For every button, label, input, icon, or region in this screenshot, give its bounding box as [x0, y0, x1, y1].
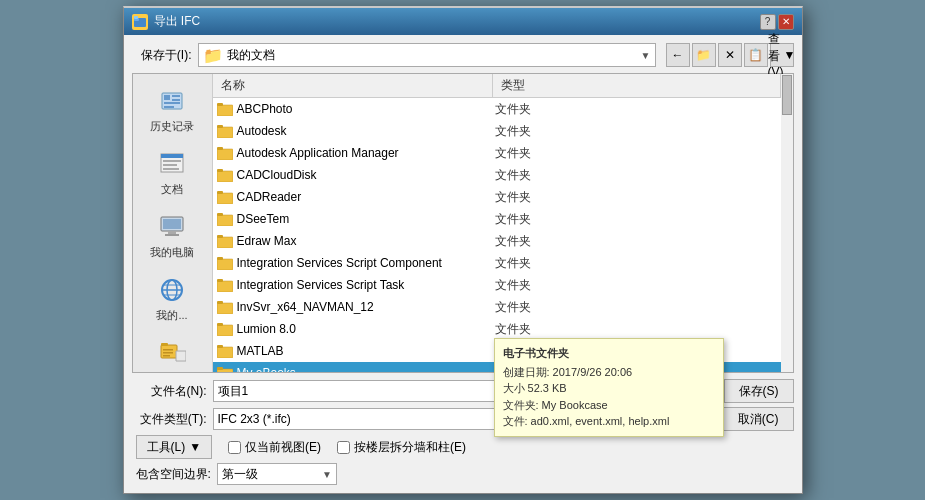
file-list-panel: 名称 类型 ABCPhoto文件夹 Autodesk文件夹 Autodesk A… — [213, 74, 781, 372]
svg-rect-8 — [164, 106, 174, 108]
file-name: Integration Services Script Task — [235, 278, 495, 292]
svg-rect-43 — [217, 257, 223, 260]
svg-rect-24 — [161, 343, 168, 346]
svg-rect-35 — [217, 169, 223, 172]
svg-rect-46 — [217, 303, 233, 314]
titlebar: 导出 IFC ? ✕ — [124, 8, 802, 35]
new-folder-button[interactable]: 📋 — [744, 43, 768, 67]
file-type: 文件夹 — [495, 145, 779, 162]
view-label: 查看(V) — [768, 31, 784, 79]
svg-rect-33 — [217, 147, 223, 150]
save-in-arrow: ▼ — [641, 50, 651, 61]
svg-rect-27 — [163, 355, 170, 357]
file-type: 文件夹 — [495, 299, 779, 316]
table-row[interactable]: CADCloudDisk文件夹 — [213, 164, 781, 186]
delete-button[interactable]: ✕ — [718, 43, 742, 67]
left-item-favorites[interactable]: 收藏夹 — [137, 332, 207, 372]
save-in-label: 保存于(I): — [132, 47, 192, 64]
current-view-checkbox[interactable] — [228, 441, 241, 454]
file-name: ABCPhoto — [235, 102, 495, 116]
svg-rect-53 — [217, 367, 223, 370]
svg-rect-10 — [161, 154, 183, 158]
scrollbar[interactable] — [781, 74, 793, 372]
cancel-button[interactable]: 取消(C) — [723, 407, 794, 431]
folder-icon — [215, 297, 235, 317]
svg-rect-28 — [217, 105, 233, 116]
svg-rect-36 — [217, 193, 233, 204]
main-area: 历史记录 文档 — [132, 73, 794, 373]
left-item-docs[interactable]: 文档 — [137, 143, 207, 202]
svg-rect-47 — [217, 301, 223, 304]
table-row[interactable]: Autodesk文件夹 — [213, 120, 781, 142]
up-button[interactable]: 📁 — [692, 43, 716, 67]
main-dialog: 导出 IFC ? ✕ 保存于(I): 📁 我的文档 ▼ ← 📁 ✕ 📋 — [123, 6, 803, 494]
svg-rect-29 — [217, 103, 223, 106]
table-row[interactable]: InvSvr_x64_NAVMAN_12文件夹 — [213, 296, 781, 318]
file-type: 文件夹 — [495, 123, 779, 140]
options-row: 工具(L) ▼ 仅当前视图(E) 按楼层拆分墙和柱(E) — [132, 435, 794, 459]
file-list[interactable]: ABCPhoto文件夹 Autodesk文件夹 Autodesk Applica… — [213, 98, 781, 372]
table-row[interactable]: CADReader文件夹 — [213, 186, 781, 208]
svg-rect-40 — [217, 237, 233, 248]
left-item-computer[interactable]: 我的电脑 — [137, 206, 207, 265]
table-row[interactable]: Autodesk Application Manager文件夹 — [213, 142, 781, 164]
svg-rect-5 — [172, 95, 180, 97]
file-type: 文件夹 — [495, 101, 779, 118]
svg-rect-6 — [172, 99, 180, 101]
current-view-label: 仅当前视图(E) — [245, 439, 321, 456]
scrollbar-thumb[interactable] — [782, 75, 792, 115]
svg-rect-48 — [217, 325, 233, 336]
table-row[interactable]: Integration Services Script Task文件夹 — [213, 274, 781, 296]
view-button[interactable]: 查看(V)▼ — [770, 43, 794, 67]
svg-rect-51 — [217, 345, 223, 348]
toolbar-buttons: ← 📁 ✕ 📋 查看(V)▼ — [666, 43, 794, 67]
file-name: My eBooks — [235, 366, 495, 372]
col-header-name: 名称 — [213, 74, 493, 97]
close-button[interactable]: ✕ — [778, 14, 794, 30]
table-row[interactable]: DSeeTem文件夹 — [213, 208, 781, 230]
table-row[interactable]: Lumion 8.0文件夹 — [213, 318, 781, 340]
tools-label: 工具(L) — [147, 439, 186, 456]
folder-icon — [215, 121, 235, 141]
save-in-value: 我的文档 — [227, 47, 275, 64]
cancel-button-area: 取消(C) — [723, 407, 794, 431]
help-button[interactable]: ? — [760, 14, 776, 30]
file-type: 文件夹 — [495, 255, 779, 272]
svg-rect-50 — [217, 347, 233, 358]
folder-icon — [215, 275, 235, 295]
tools-button[interactable]: 工具(L) ▼ — [136, 435, 213, 459]
table-row[interactable]: Integration Services Script Component文件夹 — [213, 252, 781, 274]
folder-icon — [215, 143, 235, 163]
svg-rect-44 — [217, 281, 233, 292]
save-in-combo[interactable]: 📁 我的文档 ▼ — [198, 43, 656, 67]
computer-label: 我的电脑 — [150, 245, 194, 260]
svg-rect-39 — [217, 213, 223, 216]
table-row[interactable]: Edraw Max文件夹 — [213, 230, 781, 252]
current-view-checkbox-group: 仅当前视图(E) — [228, 439, 321, 456]
save-button[interactable]: 保存(S) — [724, 379, 794, 403]
table-row[interactable]: ABCPhoto文件夹 — [213, 98, 781, 120]
folder-icon — [215, 319, 235, 339]
back-button[interactable]: ← — [666, 43, 690, 67]
left-item-history[interactable]: 历史记录 — [137, 80, 207, 139]
svg-rect-13 — [163, 168, 179, 170]
file-name: Lumion 8.0 — [235, 322, 495, 336]
folder-icon — [215, 165, 235, 185]
svg-rect-4 — [164, 95, 170, 100]
computer-icon — [156, 211, 188, 243]
file-name: Edraw Max — [235, 234, 495, 248]
level-combo[interactable]: 第一级 ▼ — [217, 463, 337, 485]
tooltip-popup: 电子书文件夹 创建日期: 2017/9/26 20:06 大小 52.3 KB … — [494, 338, 724, 437]
file-list-header: 名称 类型 — [213, 74, 781, 98]
file-type: 文件夹 — [495, 233, 779, 250]
file-type: 文件夹 — [495, 167, 779, 184]
split-walls-checkbox[interactable] — [337, 441, 350, 454]
left-item-network[interactable]: 我的... — [137, 269, 207, 328]
tooltip-title: 电子书文件夹 — [503, 345, 715, 362]
svg-rect-38 — [217, 215, 233, 226]
save-in-row: 保存于(I): 📁 我的文档 ▼ ← 📁 ✕ 📋 查看(V)▼ — [132, 43, 794, 67]
file-name: CADReader — [235, 190, 495, 204]
svg-rect-37 — [217, 191, 223, 194]
split-walls-checkbox-group: 按楼层拆分墙和柱(E) — [337, 439, 466, 456]
svg-rect-45 — [217, 279, 223, 282]
